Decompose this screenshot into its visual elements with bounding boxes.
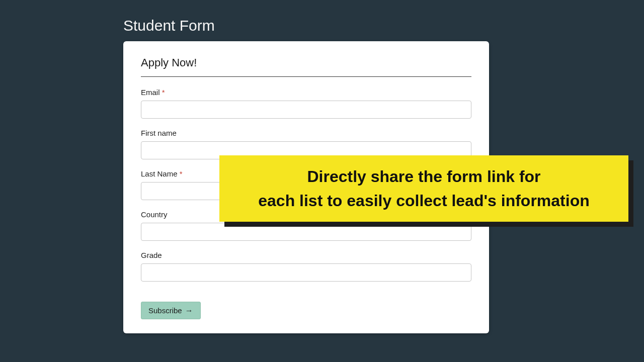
required-asterisk: * [162, 88, 165, 97]
country-input[interactable] [141, 223, 471, 241]
field-first-name: First name [141, 129, 471, 159]
callout-banner: Directly share the form link for each li… [219, 155, 628, 222]
page-title: Student Form [123, 17, 215, 34]
subscribe-button[interactable]: Subscribe → [141, 302, 201, 319]
grade-label: Grade [141, 251, 471, 259]
email-input[interactable] [141, 101, 471, 119]
field-email: Email * [141, 88, 471, 119]
callout-line-1: Directly share the form link for [307, 167, 540, 186]
form-heading: Apply Now! [141, 56, 471, 77]
email-label: Email * [141, 88, 471, 97]
last-name-label-text: Last Name [141, 169, 178, 178]
arrow-right-icon: → [185, 307, 193, 315]
callout-line-2: each list to easily collect lead's infor… [258, 192, 589, 210]
callout-text: Directly share the form link for each li… [258, 164, 589, 213]
subscribe-button-label: Subscribe [148, 306, 182, 315]
field-grade: Grade [141, 251, 471, 282]
email-label-text: Email [141, 88, 160, 97]
required-asterisk: * [180, 169, 183, 178]
grade-input[interactable] [141, 263, 471, 282]
first-name-label: First name [141, 129, 471, 137]
